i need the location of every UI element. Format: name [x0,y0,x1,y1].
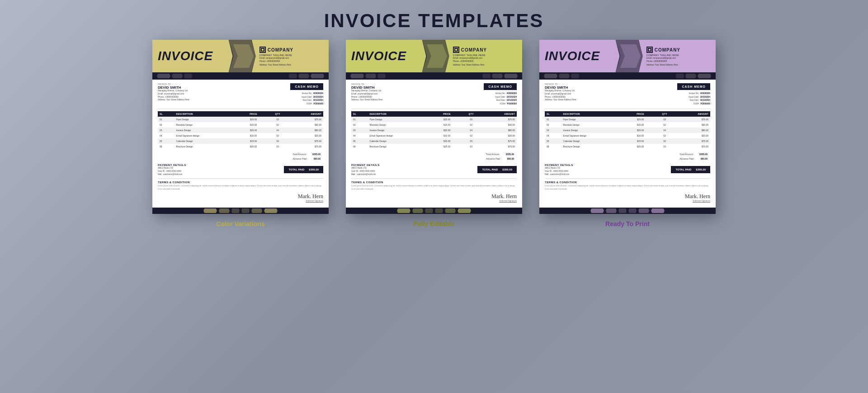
invoice-header-right: COMPANY COMPANY TAGLINE HERE Email: comp… [256,40,329,72]
table-cell-2-3: 04 [654,128,675,133]
table-header-2: PRICE [240,111,267,117]
bank-mail: Mail : username@mail.com [158,173,186,176]
invoice-header-left: INVOICE [346,40,422,72]
table-cell-0-3: 03 [654,117,675,122]
cash-memo-badge: CASH MEMO [677,83,710,90]
invoice-table: SLDESCRIPTIONPRICEQTYAMOUNT 01Flyer Desi… [158,111,323,149]
table-cell-0-0: 01 [158,117,175,122]
table-cell-1-3: 02 [654,122,675,128]
footer-shape-1 [590,208,604,213]
signature-label: Authored Signature [158,200,323,202]
company-logo-row: COMPANY [259,47,325,53]
table-cell-5-2: $25.00 [240,144,267,149]
payment-details-left: PAYMENT DETAILS ABCO Bank LTD User ID : … [351,164,380,176]
table-cell-2-4: $80.00 [675,128,710,133]
arrow-decoration-icon [229,40,256,72]
table-cell-1-1: Mandala Design [175,122,240,128]
invoice-title: INVOICE [351,49,406,63]
total-amount-row: Total Amount : $355.00 [484,152,516,156]
table-row: 04Email Signature design$10.0002$20.00 [351,133,517,138]
company-email: Email: companymail@gmail.com [453,57,519,60]
table-row: 05Calender Design$15.0003$75.00 [545,138,710,144]
invoice-header: INVOICE COMPANY CO [346,40,522,72]
table-cell-4-2: $15.00 [627,138,654,144]
table-cell-5-1: Brochure Design [561,144,627,149]
hex-shape-6 [698,74,711,78]
logo-icon [260,47,265,52]
table-cell-2-4: $80.00 [288,128,323,133]
totals-table: Total Amount : $355.00 Advance Paid : $5… [677,152,710,161]
svg-rect-11 [649,49,651,51]
invoice-header-right: COMPANY COMPANY TAGLINE HERE Email: comp… [643,40,716,72]
table-cell-3-4: $20.00 [675,133,710,138]
footer-shape-5 [251,208,262,213]
terms-text: Lorem ipsum dolor sit amet, consectetur … [158,185,323,190]
table-cell-5-3: 03 [654,144,675,149]
table-cell-0-1: Flyer Design [368,117,434,122]
table-cell-0-4: $75.00 [675,117,710,122]
table-cell-3-3: 02 [461,133,482,138]
table-cell-1-1: Mandala Design [561,122,627,128]
table-cell-2-3: 04 [461,128,482,133]
invoice-header-arrow [422,40,449,72]
company-address: Address: Your Street Address Here [259,63,325,66]
company-name: COMPANY [655,47,680,52]
table-cell-4-2: $15.00 [240,138,267,144]
divider-2 [158,178,323,179]
total-paid-badge: TOTAL PAID $355.00 [671,166,710,173]
table-cell-1-4: $30.00 [288,122,323,128]
invoice-no-row: Invoice No: #00000000 [302,92,323,95]
page-title: INVOICE TEMPLATES [324,10,544,32]
bill-to-left: INVOICE TO DEVID SMITH Managing Director… [158,83,290,102]
invoice-header: INVOICE COMPANY CO [539,40,716,72]
table-cell-2-4: $80.00 [482,128,517,133]
company-icon [259,47,266,53]
client-title: Managing Director, Company Ltd. [351,90,484,93]
table-row: 01Flyer Design$25.0003$75.00 [351,117,517,122]
table-header-1: DESCRIPTION [175,111,240,117]
terms-text: Lorem ipsum dolor sit amet, consectetur … [545,185,710,190]
logo-icon [454,47,458,52]
company-email: Email: companymail@gmail.com [259,57,325,60]
advance-paid-label: Advance Paid : [678,157,697,161]
table-cell-4-0: 05 [351,138,368,144]
footer-shapes [203,208,278,213]
table-header-4: AMOUNT [288,111,323,117]
invoice-header-right: COMPANY COMPANY TAGLINE HERE Email: comp… [449,40,522,72]
invoice-footer [346,208,522,214]
table-cell-0-4: $75.00 [288,117,323,122]
table-cell-0-0: 01 [351,117,368,122]
table-cell-1-1: Mandala Design [368,122,434,128]
bill-to-right: CASH MEMO Invoice No: #00000000 Issue Da… [677,83,710,106]
table-header-3: QTY [461,111,482,117]
hex-shape-4 [289,74,297,78]
total-paid-label: TOTAL PAID [482,168,498,171]
footer-shape-5 [638,208,649,213]
total-paid-badge: TOTAL PAID $355.00 [477,166,517,173]
invoice-header-left: INVOICE [152,40,229,72]
foa-row: FOA#: PO000000 [495,102,517,106]
table-cell-4-4: $75.00 [482,138,517,144]
totals-table: Total Amount : $355.00 Advance Paid : $5… [290,152,323,161]
table-row: 01Flyer Design$25.0003$75.00 [545,117,710,122]
bill-to-right: CASH MEMO Invoice No: #00000000 Issue Da… [484,83,517,106]
footer-shape-2 [412,208,423,213]
svg-rect-3 [262,49,264,51]
footer-shape-3 [425,208,433,213]
client-phone: Phone: +00000000000 [351,96,484,99]
invoice-body: INVOICE TO DEVID SMITH Managing Director… [539,80,716,208]
table-cell-0-1: Flyer Design [561,117,627,122]
payment-details-label: PAYMENT DETAILS [351,164,380,166]
invoice-body: INVOICE TO DEVID SMITH Managing Director… [152,80,329,208]
table-row: 01Flyer Design$25.0003$75.00 [158,117,323,122]
footer-shapes [590,208,665,213]
template-wrapper-gold: INVOICE COMPANY CO [152,40,329,227]
signature-text: Mark. Hern [158,193,323,200]
hex-shape-5 [492,74,503,78]
foa-row: FOA#: PO000000 [302,102,323,106]
table-cell-5-2: $25.00 [433,144,460,149]
company-address: Address: Your Street Address Here [646,63,712,66]
footer-shape-4 [628,208,637,213]
table-cell-3-1: Email Signature design [368,133,434,138]
invoice-card-purple: INVOICE COMPANY CO [539,40,716,214]
